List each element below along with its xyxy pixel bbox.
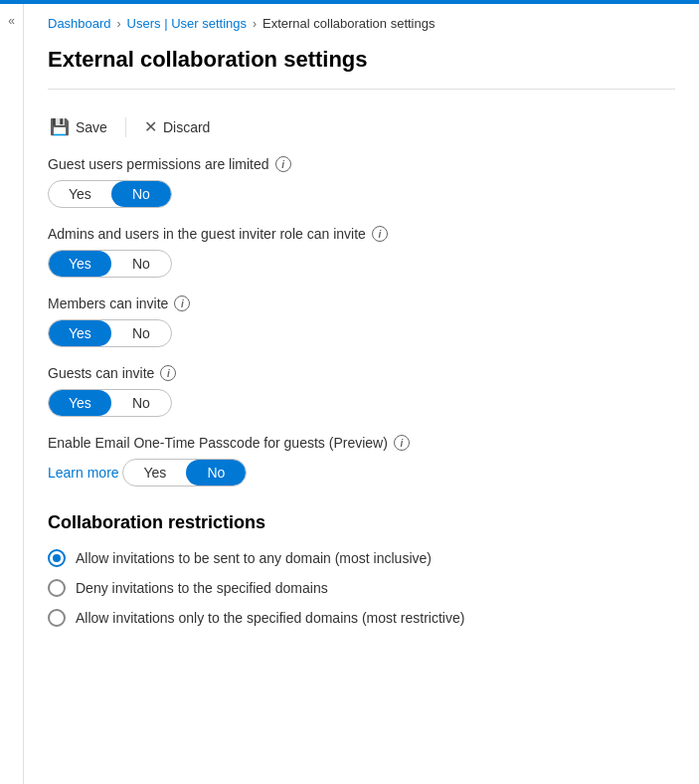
setting-members-invite: Members can invite i Yes No — [48, 295, 675, 347]
toggle-guest-permissions: Yes No — [48, 180, 172, 208]
toggle-no-guest-permissions[interactable]: No — [111, 181, 171, 207]
breadcrumb: Dashboard › Users | User settings › Exte… — [48, 4, 675, 39]
setting-text-guest-permissions: Guest users permissions are limited — [48, 156, 269, 172]
collapse-sidebar-icon[interactable]: « — [8, 14, 15, 28]
setting-text-members-invite: Members can invite — [48, 295, 168, 311]
setting-text-admins-invite: Admins and users in the guest inviter ro… — [48, 226, 366, 242]
radio-allow-only-specified[interactable]: Allow invitations only to the specified … — [48, 609, 675, 627]
title-divider — [48, 89, 675, 90]
setting-label-guests-invite: Guests can invite i — [48, 365, 675, 381]
setting-admins-invite: Admins and users in the guest inviter ro… — [48, 226, 675, 278]
breadcrumb-dashboard[interactable]: Dashboard — [48, 16, 111, 31]
toggle-no-email-otp[interactable]: No — [186, 460, 246, 486]
toggle-no-guests-invite[interactable]: No — [111, 390, 171, 416]
radio-label-allow-only-specified: Allow invitations only to the specified … — [76, 610, 464, 626]
toggle-members-invite: Yes No — [48, 319, 172, 347]
toggle-yes-members-invite[interactable]: Yes — [49, 320, 111, 346]
setting-guests-invite: Guests can invite i Yes No — [48, 365, 675, 417]
setting-label-members-invite: Members can invite i — [48, 295, 675, 311]
radio-btn-deny-specified[interactable] — [48, 579, 66, 597]
radio-deny-specified[interactable]: Deny invitations to the specified domain… — [48, 579, 675, 597]
setting-email-otp: Enable Email One-Time Passcode for guest… — [48, 435, 675, 489]
collaboration-heading: Collaboration restrictions — [48, 512, 675, 533]
breadcrumb-current: External collaboration settings — [262, 16, 435, 31]
save-label: Save — [76, 119, 107, 135]
toggle-guests-invite: Yes No — [48, 389, 172, 417]
learn-more-link[interactable]: Learn more — [48, 465, 119, 481]
settings-section: Guest users permissions are limited i Ye… — [48, 156, 675, 489]
save-icon: 💾 — [50, 117, 70, 136]
setting-label-admins-invite: Admins and users in the guest inviter ro… — [48, 226, 675, 242]
info-icon-admins-invite[interactable]: i — [372, 226, 388, 242]
toggle-yes-guests-invite[interactable]: Yes — [49, 390, 111, 416]
toggle-no-admins-invite[interactable]: No — [111, 251, 171, 277]
toolbar-divider — [125, 117, 126, 137]
setting-label-guest-permissions: Guest users permissions are limited i — [48, 156, 675, 172]
radio-label-deny-specified: Deny invitations to the specified domain… — [76, 580, 328, 596]
toggle-yes-guest-permissions[interactable]: Yes — [49, 181, 111, 207]
main-content: Dashboard › Users | User settings › Exte… — [24, 4, 699, 784]
toggle-yes-admins-invite[interactable]: Yes — [49, 251, 111, 277]
setting-text-guests-invite: Guests can invite — [48, 365, 154, 381]
toggle-no-members-invite[interactable]: No — [111, 320, 171, 346]
discard-icon: ✕ — [144, 117, 157, 136]
save-button[interactable]: 💾 Save — [48, 113, 109, 140]
info-icon-guest-permissions[interactable]: i — [275, 156, 291, 172]
setting-label-email-otp: Enable Email One-Time Passcode for guest… — [48, 435, 675, 451]
radio-btn-allow-any[interactable] — [48, 549, 66, 567]
info-icon-guests-invite[interactable]: i — [160, 365, 176, 381]
setting-guest-permissions: Guest users permissions are limited i Ye… — [48, 156, 675, 208]
toolbar: 💾 Save ✕ Discard — [48, 105, 675, 156]
discard-button[interactable]: ✕ Discard — [142, 113, 212, 140]
breadcrumb-sep-1: › — [117, 17, 121, 31]
collaboration-restrictions-section: Collaboration restrictions Allow invitat… — [48, 512, 675, 627]
breadcrumb-user-settings[interactable]: Users | User settings — [127, 16, 247, 31]
toggle-yes-email-otp[interactable]: Yes — [123, 460, 186, 486]
sidebar: « — [0, 4, 24, 784]
info-icon-members-invite[interactable]: i — [174, 295, 190, 311]
toggle-admins-invite: Yes No — [48, 250, 172, 278]
setting-text-email-otp: Enable Email One-Time Passcode for guest… — [48, 435, 388, 451]
page-layout: « Dashboard › Users | User settings › Ex… — [0, 4, 699, 784]
page-title: External collaboration settings — [48, 47, 675, 73]
radio-allow-any[interactable]: Allow invitations to be sent to any doma… — [48, 549, 675, 567]
info-icon-email-otp[interactable]: i — [394, 435, 410, 451]
discard-label: Discard — [163, 119, 210, 135]
breadcrumb-sep-2: › — [253, 17, 257, 31]
toggle-email-otp: Yes No — [122, 459, 247, 487]
radio-label-allow-any: Allow invitations to be sent to any doma… — [76, 550, 432, 566]
collaboration-radio-group: Allow invitations to be sent to any doma… — [48, 549, 675, 627]
radio-btn-allow-only-specified[interactable] — [48, 609, 66, 627]
